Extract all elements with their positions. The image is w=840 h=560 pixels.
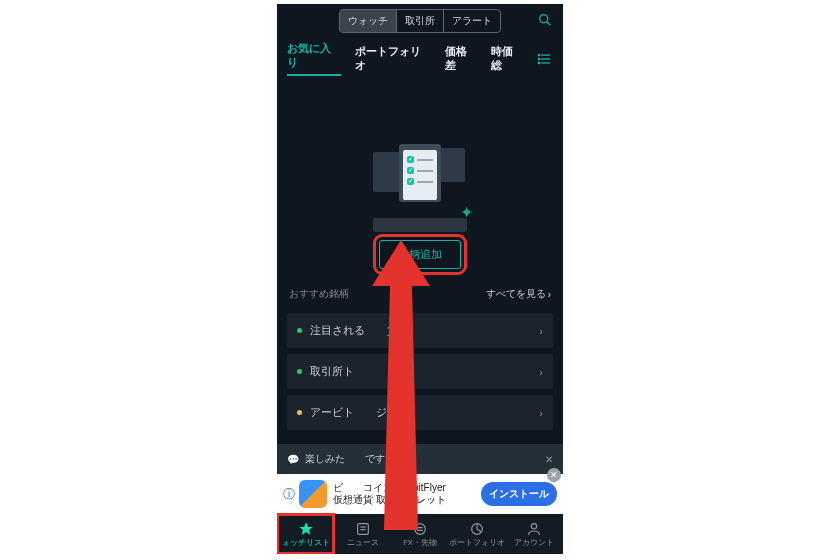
plant-icon: ✦	[460, 203, 473, 222]
recommend-item[interactable]: 取引所ト ›	[287, 354, 553, 389]
ad-close-icon[interactable]: ✕	[547, 468, 561, 482]
nav-account[interactable]: アカウント	[506, 514, 563, 554]
svg-point-0	[540, 15, 548, 23]
status-dot-icon	[297, 410, 302, 415]
chevron-right-icon: ›	[539, 366, 543, 378]
chat-icon: 💬	[287, 454, 299, 465]
recommend-title: おすすめ銘柄	[289, 287, 349, 301]
add-symbol-button[interactable]: 銘柄追加	[379, 240, 461, 269]
see-all-link[interactable]: すべてを見る ›	[486, 287, 551, 301]
svg-point-7	[539, 62, 540, 63]
recommend-header: おすすめ銘柄 すべてを見る ›	[277, 269, 563, 307]
clipboard-illustration: ✦	[365, 144, 475, 234]
chevron-right-icon: ›	[539, 325, 543, 337]
nav-portfolio[interactable]: ポートフォリオ	[449, 514, 506, 554]
ad-banner[interactable]: ⓘ ビ コインならbitFlyer 仮想通貨 取引ウォレット インストール ✕	[277, 474, 563, 514]
svg-point-12	[415, 523, 426, 534]
user-icon	[526, 521, 542, 537]
status-dot-icon	[297, 328, 302, 333]
bottom-nav: ォッチリスト ニュース FX・先物 ポートフォリオ アカウント	[277, 514, 563, 554]
svg-line-1	[547, 22, 550, 25]
chevron-right-icon: ›	[548, 289, 551, 300]
chevron-right-icon: ›	[539, 407, 543, 419]
seg-alert[interactable]: アラート	[444, 10, 500, 32]
nav-watchlist[interactable]: ォッチリスト	[277, 514, 334, 554]
recommend-item-label: アービト ジ	[310, 405, 387, 420]
list-view-icon[interactable]	[537, 51, 553, 67]
tab-portfolio[interactable]: ポートフォリオ	[355, 45, 431, 73]
star-icon	[298, 521, 314, 537]
seg-exchange[interactable]: 取引所	[397, 10, 444, 32]
empty-state: ✦ 銘柄追加	[277, 144, 563, 269]
recommend-item-label: 取引所ト	[310, 364, 354, 379]
tab-favorites[interactable]: お気に入り	[287, 42, 341, 76]
status-dot-icon	[297, 369, 302, 374]
nav-fx[interactable]: FX・先物	[391, 514, 448, 554]
svg-rect-9	[357, 523, 368, 534]
close-icon[interactable]: ✕	[545, 454, 553, 465]
recommend-item[interactable]: 注目される 貨 ›	[287, 313, 553, 348]
app-screen: ウォッチ 取引所 アラート お気に入り ポートフォリオ 価格差 時価総 ✦ 銘柄…	[277, 4, 563, 554]
promo-text: 楽しみた です	[305, 452, 385, 466]
promo-banner[interactable]: 💬 楽しみた です ✕	[277, 444, 563, 474]
install-button[interactable]: インストール	[481, 482, 557, 506]
news-icon	[355, 521, 371, 537]
recommend-item[interactable]: アービト ジ ›	[287, 395, 553, 430]
pie-icon	[469, 521, 485, 537]
svg-point-14	[532, 523, 537, 528]
svg-marker-8	[299, 522, 312, 535]
ad-app-icon	[299, 480, 327, 508]
nav-news[interactable]: ニュース	[334, 514, 391, 554]
search-icon[interactable]	[537, 12, 553, 28]
seg-watch[interactable]: ウォッチ	[340, 10, 397, 32]
ad-info-icon[interactable]: ⓘ	[283, 486, 295, 503]
recommend-item-label: 注目される 貨	[310, 323, 398, 338]
ad-text: ビ コインならbitFlyer 仮想通貨 取引ウォレット	[333, 482, 446, 506]
tab-spread[interactable]: 価格差	[445, 45, 477, 73]
segment-control: ウォッチ 取引所 アラート	[339, 9, 501, 33]
category-tabs: お気に入り ポートフォリオ 価格差 時価総	[277, 38, 563, 84]
top-bar: ウォッチ 取引所 アラート	[277, 4, 563, 38]
tab-marketcap[interactable]: 時価総	[491, 45, 523, 73]
exchange-icon	[412, 521, 428, 537]
svg-point-5	[539, 54, 540, 55]
svg-point-6	[539, 58, 540, 59]
